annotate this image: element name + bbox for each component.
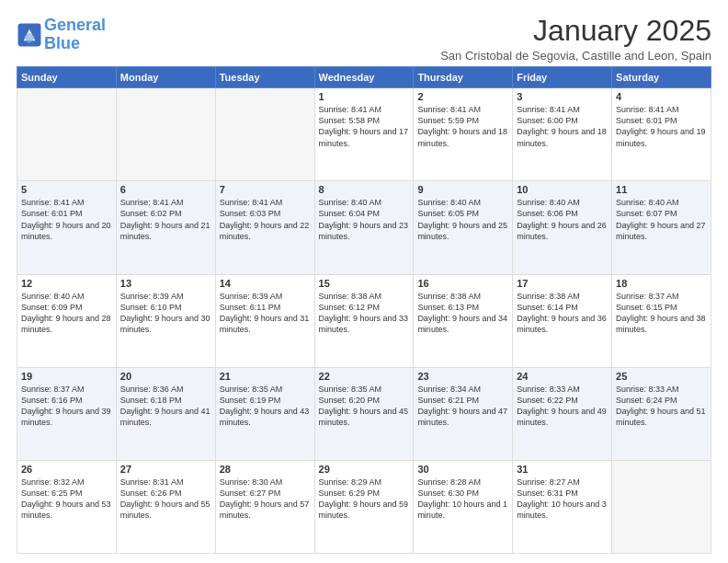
header-tuesday: Tuesday — [215, 67, 314, 88]
table-row: 13Sunrise: 8:39 AM Sunset: 6:10 PM Dayli… — [116, 274, 215, 367]
weekday-header-row: Sunday Monday Tuesday Wednesday Thursday… — [17, 67, 711, 88]
day-number: 24 — [517, 371, 608, 382]
calendar-week-row: 19Sunrise: 8:37 AM Sunset: 6:16 PM Dayli… — [17, 367, 711, 460]
table-row: 1Sunrise: 8:41 AM Sunset: 5:58 PM Daylig… — [314, 88, 414, 181]
day-number: 21 — [220, 371, 311, 382]
day-number: 6 — [120, 184, 211, 195]
day-content: Sunrise: 8:38 AM Sunset: 6:13 PM Dayligh… — [417, 291, 508, 336]
day-content: Sunrise: 8:40 AM Sunset: 6:09 PM Dayligh… — [21, 291, 112, 336]
day-number: 5 — [21, 184, 112, 195]
header-saturday: Saturday — [612, 67, 711, 88]
day-number: 22 — [319, 371, 410, 382]
day-content: Sunrise: 8:39 AM Sunset: 6:10 PM Dayligh… — [120, 291, 211, 336]
logo: General Blue — [17, 17, 106, 53]
day-number: 16 — [417, 278, 508, 289]
day-number: 31 — [517, 464, 608, 475]
header-sunday: Sunday — [17, 67, 117, 88]
table-row: 6Sunrise: 8:41 AM Sunset: 6:02 PM Daylig… — [116, 181, 215, 274]
table-row: 14Sunrise: 8:39 AM Sunset: 6:11 PM Dayli… — [215, 274, 314, 367]
day-content: Sunrise: 8:27 AM Sunset: 6:31 PM Dayligh… — [517, 477, 608, 522]
day-content: Sunrise: 8:41 AM Sunset: 6:02 PM Dayligh… — [120, 197, 211, 242]
table-row: 28Sunrise: 8:30 AM Sunset: 6:27 PM Dayli… — [215, 460, 314, 553]
day-number: 28 — [220, 464, 311, 475]
table-row: 25Sunrise: 8:33 AM Sunset: 6:24 PM Dayli… — [612, 367, 711, 460]
table-row: 20Sunrise: 8:36 AM Sunset: 6:18 PM Dayli… — [116, 367, 215, 460]
day-content: Sunrise: 8:40 AM Sunset: 6:06 PM Dayligh… — [517, 197, 608, 242]
table-row: 30Sunrise: 8:28 AM Sunset: 6:30 PM Dayli… — [414, 460, 513, 553]
day-number: 30 — [417, 464, 508, 475]
logo-icon — [17, 22, 42, 48]
day-number: 19 — [21, 371, 112, 382]
location: San Cristobal de Segovia, Castille and L… — [440, 49, 711, 63]
calendar: Sunday Monday Tuesday Wednesday Thursday… — [17, 66, 711, 554]
header-friday: Friday — [513, 67, 612, 88]
day-number: 14 — [220, 278, 311, 289]
table-row: 12Sunrise: 8:40 AM Sunset: 6:09 PM Dayli… — [17, 274, 117, 367]
table-row: 16Sunrise: 8:38 AM Sunset: 6:13 PM Dayli… — [414, 274, 513, 367]
day-content: Sunrise: 8:38 AM Sunset: 6:14 PM Dayligh… — [517, 291, 608, 336]
day-number: 18 — [616, 278, 707, 289]
day-number: 8 — [319, 184, 410, 195]
calendar-week-row: 26Sunrise: 8:32 AM Sunset: 6:25 PM Dayli… — [17, 460, 711, 553]
day-number: 20 — [120, 371, 211, 382]
day-content: Sunrise: 8:39 AM Sunset: 6:11 PM Dayligh… — [220, 291, 311, 336]
table-row — [612, 460, 711, 553]
logo-text: General Blue — [44, 17, 106, 53]
day-content: Sunrise: 8:41 AM Sunset: 6:01 PM Dayligh… — [616, 104, 707, 149]
day-content: Sunrise: 8:40 AM Sunset: 6:07 PM Dayligh… — [616, 197, 707, 242]
day-number: 15 — [319, 278, 410, 289]
day-content: Sunrise: 8:31 AM Sunset: 6:26 PM Dayligh… — [120, 477, 211, 522]
day-content: Sunrise: 8:29 AM Sunset: 6:29 PM Dayligh… — [319, 477, 410, 522]
day-content: Sunrise: 8:34 AM Sunset: 6:21 PM Dayligh… — [417, 384, 508, 429]
table-row — [215, 88, 314, 181]
table-row: 8Sunrise: 8:40 AM Sunset: 6:04 PM Daylig… — [314, 181, 414, 274]
table-row: 4Sunrise: 8:41 AM Sunset: 6:01 PM Daylig… — [612, 88, 711, 181]
table-row: 18Sunrise: 8:37 AM Sunset: 6:15 PM Dayli… — [612, 274, 711, 367]
logo-line1: General — [44, 16, 106, 34]
table-row: 10Sunrise: 8:40 AM Sunset: 6:06 PM Dayli… — [513, 181, 612, 274]
day-content: Sunrise: 8:35 AM Sunset: 6:19 PM Dayligh… — [220, 384, 311, 429]
month-year: January 2025 — [440, 15, 711, 47]
logo-line2: Blue — [44, 34, 80, 52]
day-content: Sunrise: 8:41 AM Sunset: 5:58 PM Dayligh… — [319, 104, 410, 149]
day-content: Sunrise: 8:32 AM Sunset: 6:25 PM Dayligh… — [21, 477, 112, 522]
day-number: 13 — [120, 278, 211, 289]
day-number: 3 — [517, 91, 608, 102]
day-number: 26 — [21, 464, 112, 475]
header-monday: Monday — [116, 67, 215, 88]
day-content: Sunrise: 8:40 AM Sunset: 6:05 PM Dayligh… — [417, 197, 508, 242]
table-row: 27Sunrise: 8:31 AM Sunset: 6:26 PM Dayli… — [116, 460, 215, 553]
header: General Blue January 2025 San Cristobal … — [17, 15, 711, 63]
day-number: 7 — [220, 184, 311, 195]
table-row: 2Sunrise: 8:41 AM Sunset: 5:59 PM Daylig… — [414, 88, 513, 181]
table-row: 22Sunrise: 8:35 AM Sunset: 6:20 PM Dayli… — [314, 367, 414, 460]
table-row: 19Sunrise: 8:37 AM Sunset: 6:16 PM Dayli… — [17, 367, 117, 460]
day-content: Sunrise: 8:33 AM Sunset: 6:22 PM Dayligh… — [517, 384, 608, 429]
table-row: 23Sunrise: 8:34 AM Sunset: 6:21 PM Dayli… — [414, 367, 513, 460]
calendar-week-row: 12Sunrise: 8:40 AM Sunset: 6:09 PM Dayli… — [17, 274, 711, 367]
header-thursday: Thursday — [414, 67, 513, 88]
table-row: 11Sunrise: 8:40 AM Sunset: 6:07 PM Dayli… — [612, 181, 711, 274]
day-number: 29 — [319, 464, 410, 475]
day-content: Sunrise: 8:41 AM Sunset: 5:59 PM Dayligh… — [417, 104, 508, 149]
day-number: 17 — [517, 278, 608, 289]
page: General Blue January 2025 San Cristobal … — [0, 0, 728, 563]
day-number: 4 — [616, 91, 707, 102]
day-content: Sunrise: 8:41 AM Sunset: 6:01 PM Dayligh… — [21, 197, 112, 242]
day-content: Sunrise: 8:41 AM Sunset: 6:00 PM Dayligh… — [517, 104, 608, 149]
day-content: Sunrise: 8:36 AM Sunset: 6:18 PM Dayligh… — [120, 384, 211, 429]
day-number: 25 — [616, 371, 707, 382]
day-content: Sunrise: 8:40 AM Sunset: 6:04 PM Dayligh… — [319, 197, 410, 242]
title-section: January 2025 San Cristobal de Segovia, C… — [440, 15, 711, 63]
table-row: 9Sunrise: 8:40 AM Sunset: 6:05 PM Daylig… — [414, 181, 513, 274]
table-row — [17, 88, 117, 181]
day-number: 2 — [417, 91, 508, 102]
table-row: 31Sunrise: 8:27 AM Sunset: 6:31 PM Dayli… — [513, 460, 612, 553]
table-row: 26Sunrise: 8:32 AM Sunset: 6:25 PM Dayli… — [17, 460, 117, 553]
day-content: Sunrise: 8:30 AM Sunset: 6:27 PM Dayligh… — [220, 477, 311, 522]
day-content: Sunrise: 8:35 AM Sunset: 6:20 PM Dayligh… — [319, 384, 410, 429]
day-content: Sunrise: 8:37 AM Sunset: 6:15 PM Dayligh… — [616, 291, 707, 336]
day-number: 27 — [120, 464, 211, 475]
table-row: 15Sunrise: 8:38 AM Sunset: 6:12 PM Dayli… — [314, 274, 414, 367]
table-row: 7Sunrise: 8:41 AM Sunset: 6:03 PM Daylig… — [215, 181, 314, 274]
